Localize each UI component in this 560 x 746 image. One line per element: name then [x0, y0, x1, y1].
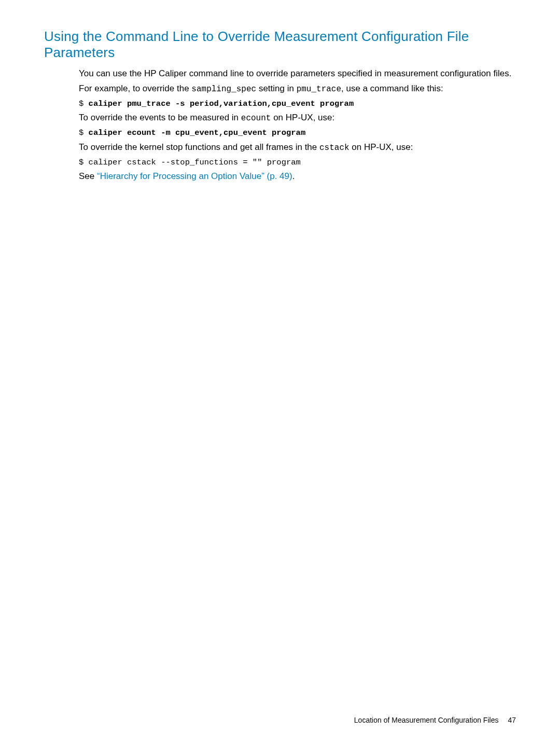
command-3: $ caliper cstack --stop_functions = "" p…	[79, 157, 516, 168]
code-ecount: ecount	[241, 114, 271, 123]
text: setting in	[256, 84, 297, 93]
paragraph-example-2: To override the events to be measured in…	[79, 112, 516, 125]
prompt: $	[79, 99, 89, 108]
text: To override the events to be measured in	[79, 113, 241, 122]
paragraph-example-1: For example, to override the sampling_sp…	[79, 83, 516, 95]
text: To override the kernel stop functions an…	[79, 142, 319, 152]
text: on HP-UX, use:	[349, 142, 413, 152]
section-heading: Using the Command Line to Override Measu…	[44, 29, 516, 61]
command-2: $ caliper ecount -m cpu_event,cpu_event …	[79, 128, 516, 139]
text: on HP-UX, use:	[271, 113, 334, 122]
text: .	[292, 171, 295, 181]
paragraph-example-3: To override the kernel stop functions an…	[79, 142, 516, 154]
prompt: $	[79, 128, 89, 137]
code-pmu-trace: pmu_trace	[297, 85, 341, 94]
command-text: caliper ecount -m cpu_event,cpu_event pr…	[89, 128, 306, 137]
code-cstack: cstack	[319, 143, 349, 153]
link-hierarchy[interactable]: “Hierarchy for Processing an Option Valu…	[97, 171, 292, 181]
text: See	[79, 171, 97, 181]
paragraph-intro: You can use the HP Caliper command line …	[79, 68, 516, 80]
body-content: You can use the HP Caliper command line …	[79, 68, 516, 183]
footer-page-number: 47	[508, 716, 516, 724]
footer-title: Location of Measurement Configuration Fi…	[354, 716, 499, 724]
text: For example, to override the	[79, 84, 191, 93]
paragraph-see: See “Hierarchy for Processing an Option …	[79, 171, 516, 183]
page-footer: Location of Measurement Configuration Fi…	[354, 716, 516, 724]
command-1: $ caliper pmu_trace -s period,variation,…	[79, 99, 516, 109]
command-text: caliper pmu_trace -s period,variation,cp…	[89, 99, 354, 108]
code-sampling-spec: sampling_spec	[191, 85, 256, 94]
page: Using the Command Line to Override Measu…	[0, 0, 560, 746]
text: , use a command like this:	[341, 84, 443, 93]
